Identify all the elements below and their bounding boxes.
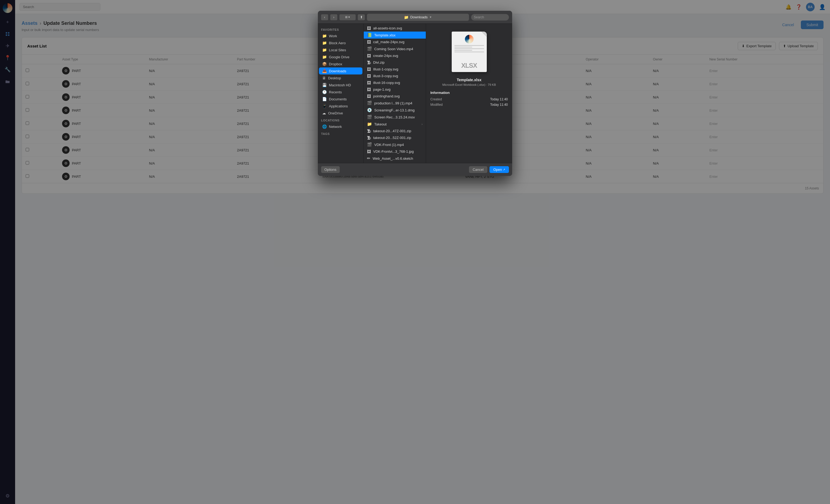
sidebar-item-downloads[interactable]: 📥 Downloads (319, 67, 362, 74)
file-name: Template.xlsx (374, 33, 395, 37)
modal-overlay: ‹ › ⊞ ▾ ⬆ 📁 Downloads ▼ Favorites 📁 Work (0, 0, 830, 504)
finder-file-item[interactable]: 🗜 takeout-20...52Z-001.zip (364, 134, 426, 141)
sidebar-item-documents[interactable]: 📄 Documents (319, 96, 362, 102)
finder-file-item[interactable]: 🖼 call_made-24px.svg (364, 39, 426, 45)
file-type-icon: 🖼 (367, 40, 371, 44)
finder-file-item[interactable]: 📁 Takeout › (364, 121, 426, 128)
sidebar-blockaero-label: Block Aero (329, 41, 346, 45)
file-type-icon: ✏ (367, 156, 371, 161)
finder-file-list: 🖼 all-assets-icon.svg 📗 Template.xlsx 🖼 … (364, 24, 426, 163)
finder-options-button[interactable]: Options (321, 166, 340, 173)
file-name: all-assets-icon.svg (373, 26, 402, 30)
finder-file-item[interactable]: 🗜 Divi.zip (364, 59, 426, 66)
finder-file-area: 🖼 all-assets-icon.svg 📗 Template.xlsx 🖼 … (364, 24, 426, 163)
sidebar-onedrive-label: OneDrive (328, 111, 343, 115)
dropbox-icon: 📦 (322, 62, 327, 66)
finder-file-item[interactable]: 🎬 VDK-Front (1).mp4 (364, 141, 426, 148)
file-type-icon: 🎬 (367, 115, 372, 120)
line-5 (454, 52, 484, 52)
finder-location-text: Downloads (410, 15, 427, 19)
finder-file-item[interactable]: 🗜 takeout-20...47Z-001.zip (364, 128, 426, 134)
line-2 (454, 47, 472, 48)
finder-file-item[interactable]: 🎬 Screen Rec...3.15.24.mov (364, 114, 426, 121)
sidebar-item-dropbox[interactable]: 📦 Dropbox (319, 60, 362, 67)
preview-logo (465, 35, 474, 43)
sidebar-item-block-aero[interactable]: 📁 Block Aero (319, 39, 362, 46)
finder-search-input[interactable] (471, 14, 509, 21)
sidebar-item-local-sites[interactable]: 📁 Local Sites (319, 46, 362, 54)
downloads-icon: 📥 (322, 69, 327, 73)
file-type-icon: 🗜 (367, 129, 371, 133)
chevron-icon: ▼ (429, 15, 432, 19)
line-1 (454, 45, 484, 46)
sidebar-item-onedrive[interactable]: ☁ OneDrive (319, 109, 362, 117)
sidebar-item-google-drive[interactable]: 📁 Google Drive (319, 54, 362, 60)
created-label: Created (430, 97, 442, 101)
finder-footer: Options Cancel Open ↗ (318, 163, 512, 176)
preview-info-title: Information (430, 91, 508, 95)
sidebar-item-network[interactable]: 🌐 Network (319, 123, 362, 130)
finder-toolbar: ‹ › ⊞ ▾ ⬆ 📁 Downloads ▼ (318, 11, 512, 24)
file-name: Coming Soon Video.mp4 (374, 47, 413, 51)
xlsx-preview-paper: XLSX (452, 32, 487, 72)
sidebar-item-recents[interactable]: 🕐 Recents (319, 89, 362, 96)
finder-file-item[interactable]: 🎬 Coming Soon Video.mp4 (364, 45, 426, 52)
preview-filetype: Microsoft Excel Workbook (.xlsx) · 79 KB (442, 83, 496, 86)
finder-cancel-button[interactable]: Cancel (469, 166, 487, 173)
finder-view-button[interactable]: ⊞ ▾ (340, 14, 356, 20)
finder-file-item[interactable]: 💿 ScreamingF...er-13.1.dmg (364, 106, 426, 114)
file-type-icon: 🖼 (367, 67, 371, 71)
file-type-icon: 💿 (367, 108, 372, 113)
file-name: Web_Asset_...v0.6.sketch (373, 156, 413, 161)
finder-file-item[interactable]: ✏ Web_Asset_...v0.6.sketch (364, 155, 426, 162)
file-type-icon: 🗜 (367, 135, 371, 140)
sidebar-desktop-label: Desktop (328, 76, 341, 80)
applications-icon: 📱 (322, 104, 327, 108)
finder-open-button[interactable]: Open ↗ (489, 166, 509, 173)
desktop-icon: 🖥 (322, 76, 326, 80)
sidebar-item-work[interactable]: 📁 Work (319, 32, 362, 39)
block-aero-folder-icon: 📁 (322, 41, 327, 45)
file-name: call_made-24px.svg (373, 40, 405, 44)
finder-location[interactable]: 📁 Downloads ▼ (367, 14, 469, 21)
preview-icon-wrap: XLSX (448, 30, 491, 73)
modified-value: Today 11:40 (490, 103, 508, 106)
finder-file-item[interactable]: 📗 Template.xlsx (364, 32, 426, 39)
file-name: Illust-1-copy.svg (373, 67, 398, 71)
finder-up-button[interactable]: ⬆ (358, 14, 365, 20)
finder-preview: XLSX Template.xlsx Microsoft Excel Workb… (426, 24, 512, 163)
finder-file-item[interactable]: 🖼 page-1.svg (364, 86, 426, 93)
file-name: create-24px.svg (373, 54, 398, 58)
finder-back-button[interactable]: ‹ (321, 14, 328, 20)
finder-file-item[interactable]: 🎬 production l...99 (1).mp4 (364, 100, 426, 106)
finder-file-item[interactable]: 🖼 VDK-Frontvi...3_768-1.jpg (364, 148, 426, 155)
file-name: production l...99 (1).mp4 (374, 101, 412, 105)
sidebar-item-macintosh[interactable]: 💾 Macintosh HD (319, 82, 362, 89)
xlsx-watermark: XLSX (461, 62, 477, 69)
modified-label: Modified (430, 103, 443, 106)
file-name: pointinghand.svg (373, 94, 400, 98)
finder-file-item[interactable]: 🖼 illust-3-copy.svg (364, 72, 426, 79)
file-type-icon: 🖼 (367, 81, 371, 85)
file-type-icon: 🖼 (367, 149, 371, 154)
local-sites-icon: 📁 (322, 48, 327, 52)
folder-arrow-icon: › (421, 123, 422, 126)
cursor-indicator: ↗ (503, 168, 505, 171)
sidebar-item-desktop[interactable]: 🖥 Desktop (319, 74, 362, 82)
network-icon: 🌐 (322, 124, 327, 129)
recents-icon: 🕐 (322, 90, 327, 94)
sidebar-macintosh-label: Macintosh HD (329, 83, 351, 87)
finder-file-item[interactable]: 🖼 Illust-1-copy.svg (364, 66, 426, 72)
file-type-icon: 🖼 (367, 74, 371, 78)
sidebar-localsites-label: Local Sites (329, 48, 346, 52)
preview-created-row: Created Today 11:40 (430, 97, 508, 101)
finder-file-item[interactable]: 🖼 pointinghand.svg (364, 93, 426, 100)
sidebar-item-applications[interactable]: 📱 Applications (319, 102, 362, 109)
sidebar-recents-label: Recents (329, 90, 342, 94)
file-name: Screen Rec...3.15.24.mov (374, 115, 415, 119)
finder-file-item[interactable]: 🖼 create-24px.svg (364, 52, 426, 59)
finder-forward-button[interactable]: › (330, 14, 337, 20)
sidebar-downloads-label: Downloads (329, 69, 346, 73)
finder-file-item[interactable]: 🖼 illust-16-copy.svg (364, 79, 426, 86)
finder-file-item[interactable]: 🖼 all-assets-icon.svg (364, 25, 426, 32)
